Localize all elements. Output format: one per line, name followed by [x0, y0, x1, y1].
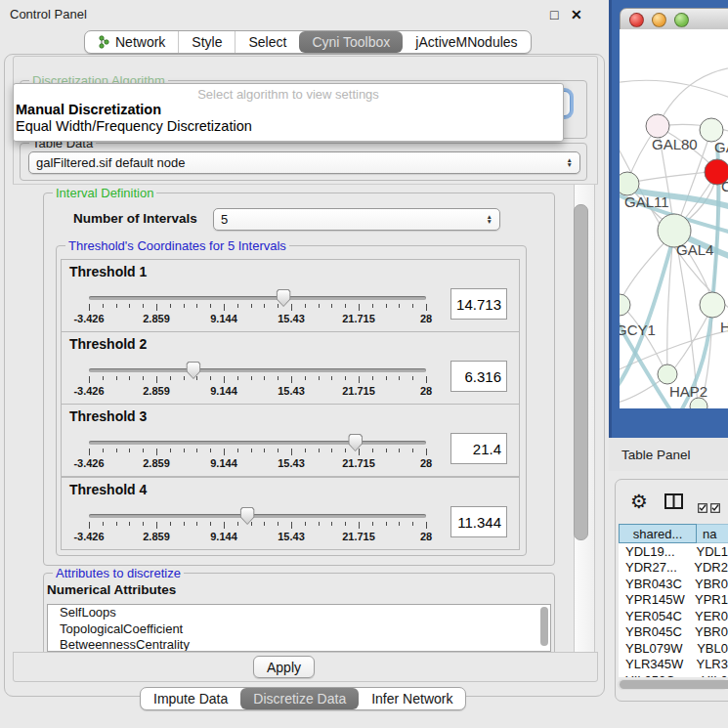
threshold-value-field[interactable]: 11.344 [450, 506, 507, 537]
list-scrollbar[interactable] [540, 607, 548, 646]
network-node[interactable] [646, 114, 669, 138]
tab-impute-data[interactable]: Impute Data [141, 688, 240, 709]
table-cell[interactable]: YBR043C [619, 577, 690, 591]
axis-label: 15.43 [278, 531, 305, 542]
network-node[interactable] [658, 364, 677, 384]
zoom-traffic-light-icon[interactable] [674, 13, 689, 27]
table-data-combobox[interactable]: galFiltered.sif default node ▲▼ [28, 151, 580, 174]
table-cell[interactable]: YDR2 [689, 560, 728, 575]
tab-style[interactable]: Style [178, 31, 235, 53]
table-row[interactable]: YER054CYER0 [619, 608, 728, 624]
slider-tick [305, 304, 306, 308]
slider-tick [156, 304, 157, 311]
slider-tick [399, 376, 400, 380]
checkbox-checked-icon[interactable] [698, 499, 707, 517]
threshold-value-field[interactable]: 6.316 [450, 361, 507, 392]
table-cell[interactable]: YER0 [690, 609, 728, 623]
slider-tick [196, 376, 197, 380]
gear-icon[interactable]: ⚙ [630, 490, 648, 513]
slider-tick [224, 449, 225, 455]
network-node[interactable] [700, 292, 725, 318]
table-row[interactable]: YDR27...YDR2 [619, 560, 728, 577]
close-traffic-light-icon[interactable] [629, 13, 644, 27]
tab-select[interactable]: Select [235, 31, 299, 53]
node-label: GAL11 [624, 193, 669, 210]
table-cell[interactable]: YPR145W [619, 592, 690, 607]
minimize-traffic-light-icon[interactable] [652, 13, 666, 27]
tab-label: Cyni Toolbox [312, 34, 390, 50]
axis-label: 28 [420, 385, 432, 397]
table-row[interactable]: YDL19...YDL1 [619, 543, 728, 560]
number-of-intervals-combobox[interactable]: 5 ▲▼ [213, 208, 500, 231]
slider-tick [156, 449, 157, 455]
table-cell[interactable]: YER054C [619, 609, 690, 623]
table-cell[interactable]: YLR345W [619, 657, 691, 671]
slider-tick [116, 449, 117, 452]
network-window-titlebar[interactable] [620, 8, 728, 31]
slider-tick [129, 304, 130, 308]
slider-tick [210, 376, 211, 380]
slider-tick [345, 304, 346, 308]
tab-cyni-toolbox[interactable]: Cyni Toolbox [299, 31, 403, 53]
close-window-icon[interactable]: ✕ [571, 7, 582, 22]
node-label: GA [714, 139, 728, 155]
slider-tick [345, 376, 346, 380]
slider-track[interactable] [89, 296, 426, 300]
list-item[interactable]: TopologicalCoefficient [48, 621, 550, 638]
split-panel-icon[interactable] [664, 493, 683, 513]
slider-tick [331, 522, 332, 526]
table-row[interactable]: YLR345WYLR3 [619, 657, 728, 673]
table-row[interactable]: YIL052CYIL0 [619, 672, 728, 677]
threshold-value-field[interactable]: 21.4 [450, 433, 507, 464]
settings-scrollbar-thumb[interactable] [574, 204, 588, 540]
table-row[interactable]: YBR045CYBR0 [619, 624, 728, 641]
slider-track[interactable] [89, 514, 426, 518]
slider-track[interactable] [89, 441, 426, 445]
slider-tick [291, 304, 292, 311]
tab-discretize-data[interactable]: Discretize Data [240, 688, 359, 709]
checkbox-checked-icon[interactable] [710, 499, 720, 517]
table-cell[interactable]: YBR0 [690, 624, 728, 639]
table-row[interactable]: YBR043CYBR0 [619, 576, 728, 592]
popup-option-equal-width[interactable]: Equal Width/Frequency Discretization [16, 118, 252, 134]
table-row[interactable]: YPR145WYPR1 [619, 592, 728, 609]
table-hscrollbar-thumb[interactable] [620, 680, 728, 689]
tab-infer-network[interactable]: Infer Network [359, 688, 465, 709]
tab-network[interactable]: Network [85, 31, 178, 53]
numerical-attributes-list[interactable]: SelfLoopsTopologicalCoefficientBetweenne… [47, 604, 551, 652]
slider-tick [399, 522, 400, 526]
column-header-shared[interactable]: shared... [619, 524, 697, 543]
slider-tick [278, 449, 278, 452]
tab-label: jActiveMNodules [415, 34, 517, 50]
table-cell[interactable]: YBL0 [692, 641, 728, 656]
table-cell[interactable]: YLR3 [691, 657, 728, 671]
column-header-name[interactable]: na [697, 524, 728, 543]
list-item[interactable]: BetweennessCentrality [48, 637, 550, 652]
slider-tick [278, 522, 278, 526]
node-label: H [720, 319, 728, 335]
table-cell[interactable]: YDL19... [619, 544, 691, 559]
table-cell[interactable]: YBR045C [619, 624, 690, 639]
list-item[interactable]: SelfLoops [48, 605, 550, 621]
table-hscrollbar-track[interactable] [618, 679, 728, 690]
axis-label: 2.859 [143, 531, 170, 542]
table-cell[interactable]: YIL052C [619, 673, 697, 677]
popup-option-manual[interactable]: Manual Discretization [16, 102, 161, 117]
slider-track[interactable] [89, 368, 426, 372]
table-cell[interactable]: YBL079W [619, 641, 692, 656]
settings-scrollbar-track[interactable] [574, 185, 595, 652]
network-node[interactable] [620, 172, 639, 195]
table-cell[interactable]: YDR27... [619, 560, 689, 575]
table-cell[interactable]: YDL1 [691, 544, 728, 559]
table-cell[interactable]: YBR0 [690, 577, 728, 591]
slider-tick [170, 304, 171, 308]
network-canvas[interactable]: GAL80GACGAL11GAL4GCY1HHAP2 [620, 29, 728, 408]
table-cell[interactable]: YPR1 [690, 592, 728, 607]
float-window-icon[interactable]: □ [550, 7, 558, 22]
apply-button[interactable]: Apply [253, 656, 315, 678]
tab-jactivemnodules[interactable]: jActiveMNodules [403, 31, 530, 53]
table-cell[interactable]: YIL0 [697, 673, 728, 677]
threshold-value-field[interactable]: 14.713 [450, 288, 507, 320]
axis-label: 21.715 [342, 457, 375, 469]
table-row[interactable]: YBL079WYBL0 [619, 640, 728, 657]
